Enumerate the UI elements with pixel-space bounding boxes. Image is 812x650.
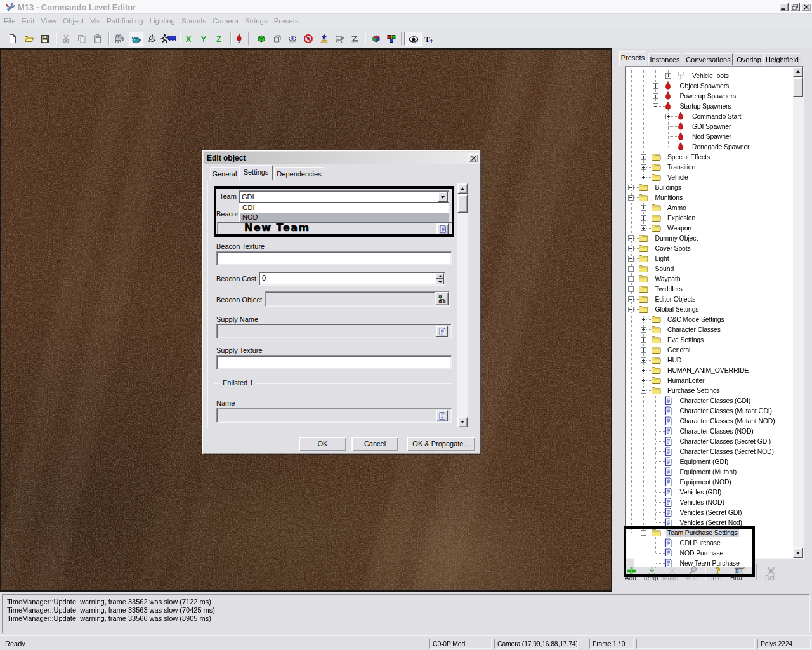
scroll-down-button[interactable] xyxy=(457,417,468,427)
toolbar-color-cubes-button[interactable] xyxy=(384,32,398,46)
menu-object[interactable]: Object xyxy=(60,14,87,29)
tree-item-character-classes-gdi[interactable]: Character Classes (GDI) xyxy=(625,395,790,406)
combo-dropdown-button[interactable] xyxy=(438,192,448,202)
tree-item-editor-objects[interactable]: Editor Objects xyxy=(625,294,790,304)
toolbar-save-file-button[interactable] xyxy=(38,32,52,46)
toolbar-new-file-button[interactable] xyxy=(6,32,20,46)
toolbar-projector-button[interactable] xyxy=(332,32,346,46)
tree-item-dummy-object[interactable]: Dummy Object xyxy=(625,233,790,243)
scroll-thumb[interactable] xyxy=(793,77,803,97)
tab-presets[interactable]: Presets xyxy=(619,51,646,66)
expand-box[interactable] xyxy=(641,175,646,180)
expand-box[interactable] xyxy=(628,185,634,190)
toolbar-rgb-cube-button[interactable] xyxy=(369,32,383,46)
team-combobox[interactable]: GDI xyxy=(239,190,449,203)
tree-item-c-c-mode-settings[interactable]: C&C Mode Settings xyxy=(625,314,790,324)
tree-item-general[interactable]: General xyxy=(625,345,790,355)
tree-item-eva-settings[interactable]: Eva Settings xyxy=(625,335,790,345)
ok-propagate-button[interactable]: OK & Propagate... xyxy=(407,437,475,451)
tree-item-equipment-nod[interactable]: Equipment (NOD) xyxy=(625,477,790,487)
tree-item-gdi-purchase[interactable]: GDI Purchase xyxy=(625,538,790,548)
tree-item-character-classes-nod[interactable]: Character Classes (NOD) xyxy=(625,426,790,436)
toolbar-axis-x-button[interactable] xyxy=(181,32,195,46)
menu-vis[interactable]: Vis xyxy=(87,14,103,29)
tree-item-vehicles-gdi[interactable]: Vehicles (GDI) xyxy=(625,487,790,497)
tree-scrollbar[interactable] xyxy=(793,67,804,558)
tree-item-renegade-spawner[interactable]: Renegade Spawner xyxy=(625,142,790,152)
expand-box[interactable] xyxy=(641,205,646,211)
team-dropdown-list[interactable]: GDI NOD xyxy=(239,202,449,222)
supply-name-input[interactable] xyxy=(216,324,452,338)
tree-item-vehicles-secret-nod[interactable]: Vehicles (Secret Nod) xyxy=(625,517,790,527)
expand-box[interactable] xyxy=(628,296,634,302)
tab-overlap[interactable]: Overlap xyxy=(735,53,763,65)
tree-item-transition[interactable]: Transition xyxy=(625,162,790,172)
name-edit-button[interactable] xyxy=(436,410,448,421)
tree-item-sound[interactable]: Sound xyxy=(625,263,790,274)
tree-item-light[interactable]: Light xyxy=(625,253,790,263)
tree-item-equipment-gdi[interactable]: Equipment (GDI) xyxy=(625,456,790,467)
tree-item-ammo[interactable]: Ammo xyxy=(625,202,790,213)
toolbar-camera-mode-button[interactable] xyxy=(112,32,126,46)
dialog-scrollbar[interactable] xyxy=(457,183,468,427)
tree-item-character-classes[interactable]: Character Classes xyxy=(625,324,790,335)
tree-item-vehicles-nod[interactable]: Vehicles (NOD) xyxy=(625,497,790,507)
expand-box[interactable] xyxy=(628,256,634,262)
supply-name-edit-button[interactable] xyxy=(436,326,448,337)
tab-heightfield[interactable]: Heightfield xyxy=(763,53,801,65)
dialog-tab-dependencies[interactable]: Dependencies xyxy=(274,167,324,180)
beacon-texture-input[interactable] xyxy=(216,251,452,265)
tree-item-weapon[interactable]: Weapon xyxy=(625,223,790,233)
tree-item-powerup-spawners[interactable]: Powerup Spawners xyxy=(625,91,790,101)
tree-item-vehicle[interactable]: Vehicle xyxy=(625,172,790,182)
toolbar-hide-objects-button[interactable] xyxy=(301,32,315,46)
collapse-box[interactable] xyxy=(641,530,646,536)
ok-button[interactable]: OK xyxy=(299,437,346,451)
beacon-object-pick-button[interactable] xyxy=(435,292,449,305)
team-option-nod[interactable]: NOD xyxy=(240,213,449,222)
tab-instances[interactable]: Instances xyxy=(648,53,681,65)
tree-item-commando-start[interactable]: Commando Start xyxy=(625,111,790,121)
menu-pathfinding[interactable]: Pathfinding xyxy=(103,14,147,29)
expand-box[interactable] xyxy=(628,246,634,251)
tree-item-character-classes-mutant-nod[interactable]: Character Classes (Mutant NOD) xyxy=(625,416,790,426)
toolbar-show-objects-button[interactable] xyxy=(285,32,299,46)
scroll-up-button[interactable] xyxy=(457,183,468,194)
toolbar-open-file-button[interactable] xyxy=(22,32,36,46)
scroll-down-button[interactable] xyxy=(793,548,803,558)
scroll-up-button[interactable] xyxy=(793,67,803,77)
tree-item-startup-spawners[interactable]: Startup Spawners xyxy=(625,101,790,111)
tree-item-gdi-spawner[interactable]: GDI Spawner xyxy=(625,121,790,131)
expand-box[interactable] xyxy=(628,266,634,272)
expand-box[interactable] xyxy=(641,164,646,170)
dialog-title-bar[interactable]: Edit object xyxy=(204,152,480,164)
toolbar-render-mode-button[interactable] xyxy=(129,32,143,46)
tree-item-explosion[interactable]: Explosion xyxy=(625,213,790,223)
tree-item-cover-spots[interactable]: Cover Spots xyxy=(625,243,790,253)
toolbar-cut-button[interactable] xyxy=(59,32,73,46)
collapse-box[interactable] xyxy=(628,307,634,312)
tree-item-object-spawners[interactable]: Object Spawners xyxy=(625,81,790,91)
toolbar-axis-z-button[interactable] xyxy=(212,32,226,46)
tree-item-waypath[interactable]: Waypath xyxy=(625,274,790,284)
expand-box[interactable] xyxy=(628,286,634,292)
expand-box[interactable] xyxy=(665,73,671,79)
tree-item-nod-spawner[interactable]: Nod Spawner xyxy=(625,131,790,142)
menu-edit[interactable]: Edit xyxy=(19,14,38,29)
toolbar-paste-button[interactable] xyxy=(91,32,105,46)
dialog-tab-settings[interactable]: Settings xyxy=(239,165,273,180)
beacon-name-edit-button[interactable] xyxy=(436,223,449,235)
beacon-cost-input[interactable]: 0 xyxy=(259,272,445,286)
tree-item-purchase-settings[interactable]: Purchase Settings xyxy=(625,385,790,395)
dialog-close-button[interactable] xyxy=(468,154,478,162)
cancel-button[interactable]: Cancel xyxy=(351,437,398,451)
tree-item-vehicles-secret-gdi[interactable]: Vehicles (Secret GDI) xyxy=(625,507,790,517)
menu-strings[interactable]: Strings xyxy=(242,14,271,29)
toolbar-drop-to-ground-button[interactable] xyxy=(232,32,246,46)
scroll-thumb[interactable] xyxy=(457,194,468,213)
menu-presets[interactable]: Presets xyxy=(271,14,302,29)
tree-item-character-classes-mutant-gdi[interactable]: Character Classes (Mutant GDI) xyxy=(625,406,790,416)
expand-box[interactable] xyxy=(653,93,658,99)
expand-box[interactable] xyxy=(653,83,658,89)
expand-box[interactable] xyxy=(641,225,646,231)
